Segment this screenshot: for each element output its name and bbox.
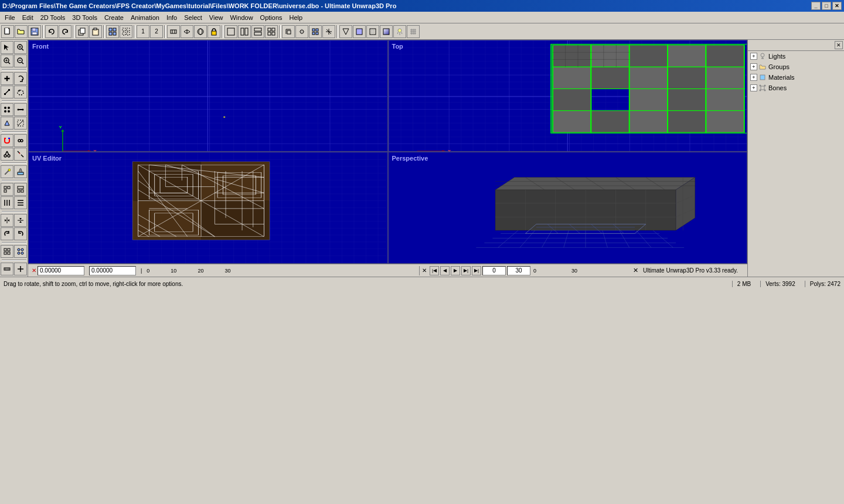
tb-sel-none[interactable] bbox=[120, 25, 132, 38]
lt-flip-h[interactable] bbox=[1, 214, 13, 227]
bones-expand[interactable]: + bbox=[750, 84, 757, 91]
menu-animation[interactable]: Animation bbox=[127, 13, 163, 22]
tb-redo[interactable] bbox=[59, 25, 72, 38]
tb-snap3[interactable] bbox=[309, 25, 322, 38]
tb-copy[interactable] bbox=[76, 25, 89, 38]
tl-frame-current[interactable]: 0 bbox=[482, 266, 506, 275]
lt-uv[interactable] bbox=[14, 117, 27, 130]
groups-expand[interactable]: + bbox=[750, 63, 757, 70]
tb-open[interactable] bbox=[15, 25, 28, 38]
menu-info[interactable]: Info bbox=[163, 13, 181, 22]
tb-shaded[interactable] bbox=[380, 25, 393, 38]
lt-tile2[interactable] bbox=[14, 245, 27, 258]
tb-btn-1[interactable]: 1 bbox=[137, 25, 149, 38]
top-viewport[interactable]: Top bbox=[388, 40, 748, 152]
menu-edit[interactable]: Edit bbox=[19, 13, 37, 22]
svg-rect-3 bbox=[32, 28, 36, 31]
lt-rot-ccw[interactable] bbox=[14, 227, 27, 240]
lt-move[interactable] bbox=[1, 72, 13, 85]
menu-3d-tools[interactable]: 3D Tools bbox=[69, 13, 101, 22]
lt-edge[interactable] bbox=[14, 103, 27, 116]
tree-item-materials[interactable]: + Materials bbox=[748, 72, 844, 83]
tb-snap2[interactable] bbox=[295, 25, 308, 38]
tb-undo[interactable] bbox=[45, 25, 58, 38]
svg-rect-30 bbox=[272, 28, 275, 31]
lt-distrib2[interactable] bbox=[14, 196, 27, 209]
lights-expand[interactable]: + bbox=[750, 53, 757, 60]
tb-snap4[interactable] bbox=[322, 25, 335, 38]
lt-magnet[interactable] bbox=[1, 134, 13, 147]
lt-scale[interactable] bbox=[1, 86, 13, 98]
tl-last[interactable]: ▶| bbox=[472, 266, 481, 275]
lt-break[interactable] bbox=[14, 148, 27, 161]
lt-arrange1[interactable] bbox=[1, 183, 13, 196]
menu-window[interactable]: Window bbox=[226, 13, 256, 22]
tb-sep-6 bbox=[222, 25, 223, 38]
tb-view4[interactable] bbox=[265, 25, 278, 38]
coord-y-value[interactable]: 0.00000 bbox=[89, 266, 136, 275]
tl-first[interactable]: |◀ bbox=[430, 266, 439, 275]
lt-distrib1[interactable] bbox=[1, 196, 13, 209]
lt-tile[interactable] bbox=[1, 245, 13, 258]
lt-arrange2[interactable] bbox=[14, 183, 27, 196]
tl-play[interactable]: ▶ bbox=[451, 266, 460, 275]
lt-cut[interactable] bbox=[1, 148, 13, 161]
lt-extra2[interactable] bbox=[14, 263, 27, 275]
tb-view3[interactable] bbox=[251, 25, 264, 38]
tb-flat[interactable] bbox=[353, 25, 366, 38]
lt-cursor[interactable] bbox=[1, 41, 13, 54]
tb-save[interactable] bbox=[28, 25, 41, 38]
lt-vertex[interactable] bbox=[1, 103, 13, 116]
tb-unwrap3[interactable] bbox=[194, 25, 207, 38]
lt-zoom[interactable] bbox=[14, 41, 27, 54]
uv-editor-viewport[interactable]: UV Editor bbox=[28, 152, 388, 264]
tb-view1[interactable] bbox=[224, 25, 237, 38]
tb-unwrap2[interactable] bbox=[181, 25, 193, 38]
perspective-viewport[interactable]: Perspective bbox=[388, 152, 748, 264]
menu-create[interactable]: Create bbox=[101, 13, 127, 22]
lt-zoomin[interactable] bbox=[1, 55, 13, 67]
minimize-button[interactable]: _ bbox=[811, 2, 821, 10]
lt-zoomout[interactable] bbox=[14, 55, 27, 67]
tree-item-groups[interactable]: + Groups bbox=[748, 62, 844, 72]
coord-x-value[interactable]: 0.00000 bbox=[38, 266, 84, 275]
materials-expand[interactable]: + bbox=[750, 74, 757, 81]
lt-paint[interactable] bbox=[1, 165, 13, 178]
tl-frame-end[interactable]: 30 bbox=[507, 266, 530, 275]
tb-grid-tog[interactable] bbox=[407, 25, 420, 38]
tb-lock[interactable] bbox=[207, 25, 220, 38]
menu-view[interactable]: View bbox=[206, 13, 227, 22]
panel-close-button[interactable]: ✕ bbox=[835, 41, 843, 49]
menu-help[interactable]: Help bbox=[286, 13, 307, 22]
tb-btn-2[interactable]: 2 bbox=[150, 25, 163, 38]
lt-rot-cw[interactable] bbox=[1, 227, 13, 240]
tb-wire[interactable] bbox=[339, 25, 352, 38]
tb-new[interactable] bbox=[1, 25, 14, 38]
lt-extra1[interactable] bbox=[1, 263, 13, 275]
menu-2d-tools[interactable]: 2D Tools bbox=[37, 13, 69, 22]
lt-eyedrop[interactable] bbox=[14, 165, 27, 178]
tree-item-lights[interactable]: + Lights bbox=[748, 51, 844, 62]
lt-weld[interactable] bbox=[14, 134, 27, 147]
lt-lasso[interactable] bbox=[14, 86, 27, 98]
close-button[interactable]: ✕ bbox=[832, 2, 842, 10]
tb-snap1[interactable] bbox=[282, 25, 295, 38]
tb-light[interactable] bbox=[393, 25, 406, 38]
tl-prev[interactable]: ◀ bbox=[440, 266, 450, 275]
lt-face[interactable] bbox=[1, 117, 13, 130]
menu-select[interactable]: Select bbox=[181, 13, 206, 22]
front-viewport[interactable]: Front bbox=[28, 40, 388, 152]
tl-next[interactable]: ▶| bbox=[461, 266, 471, 275]
tb-tex[interactable] bbox=[366, 25, 379, 38]
lt-flip-v[interactable] bbox=[14, 214, 27, 227]
lt-rotate[interactable] bbox=[14, 72, 27, 85]
tb-paste[interactable] bbox=[89, 25, 102, 38]
tb-view2[interactable] bbox=[238, 25, 251, 38]
tb-sel-all[interactable] bbox=[106, 25, 119, 38]
tb-unwrap1[interactable] bbox=[167, 25, 180, 38]
tree-item-bones[interactable]: + Bones bbox=[748, 83, 844, 93]
menu-file[interactable]: File bbox=[1, 13, 19, 22]
svg-rect-176 bbox=[668, 111, 706, 132]
menu-options[interactable]: Options bbox=[257, 13, 286, 22]
maximize-button[interactable]: □ bbox=[822, 2, 831, 10]
